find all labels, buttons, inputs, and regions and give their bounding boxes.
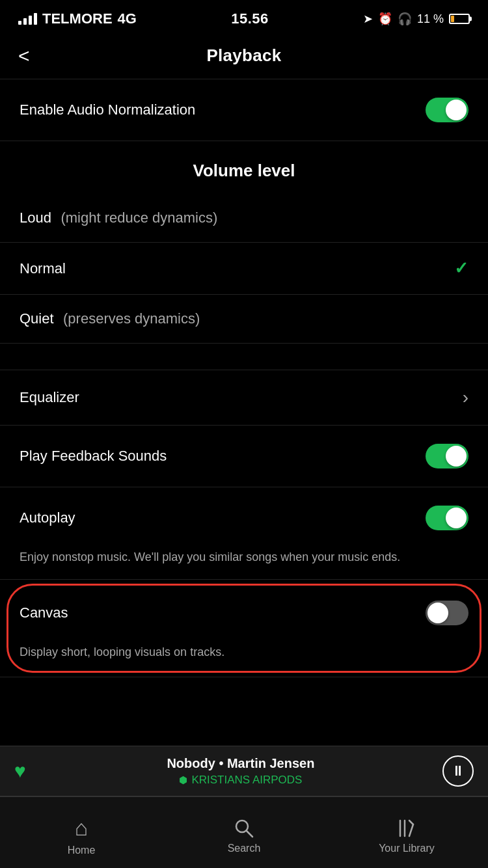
audio-normalization-knob [446, 100, 467, 120]
normal-checkmark: ✓ [454, 258, 468, 278]
canvas-knob [427, 603, 448, 623]
nav-library-label: Your Library [379, 843, 435, 854]
svg-line-5 [409, 824, 413, 836]
network-label: 4G [118, 10, 137, 27]
equalizer-label: Equalizer [20, 389, 79, 406]
library-icon [396, 818, 417, 839]
headphones-icon: 🎧 [398, 12, 412, 26]
alarm-icon: ⏰ [378, 12, 392, 26]
status-time: 15.56 [231, 10, 269, 27]
heart-icon[interactable]: ♥ [14, 760, 26, 782]
equalizer-chevron-icon: › [463, 387, 468, 408]
autoplay-knob [446, 508, 467, 528]
mini-player-title: Nobody • Martin Jensen [39, 756, 442, 771]
autoplay-label: Autoplay [20, 509, 75, 526]
carrier-label: TELMORE [42, 10, 113, 27]
status-left: TELMORE 4G [18, 10, 137, 27]
song-title: Nobody [167, 756, 215, 770]
device-name: KRISTIANS AIRPODS [191, 774, 302, 787]
pause-icon: ⏸ [451, 763, 465, 780]
equalizer-row[interactable]: Equalizer › [0, 370, 488, 425]
volume-level-title: Volume level [0, 141, 488, 194]
status-bar: TELMORE 4G 15.56 ➤ ⏰ 🎧 11 % [0, 0, 488, 35]
volume-normal-label: Normal [20, 260, 66, 277]
page-header: < Playback [0, 35, 488, 79]
home-icon: ⌂ [75, 815, 88, 841]
section-separator-1 [0, 344, 488, 370]
nav-item-home[interactable]: ⌂ Home [0, 797, 163, 868]
audio-normalization-row: Enable Audio Normalization [0, 79, 488, 141]
volume-option-normal[interactable]: Normal ✓ [0, 243, 488, 294]
play-feedback-knob [446, 446, 467, 467]
canvas-row: Canvas [0, 582, 488, 644]
page-title: Playback [206, 46, 281, 66]
canvas-section: Canvas Display short, looping visuals on… [0, 580, 488, 677]
autoplay-toggle[interactable] [426, 506, 468, 530]
canvas-toggle[interactable] [426, 601, 468, 625]
divider-6 [0, 677, 488, 677]
audio-normalization-label: Enable Audio Normalization [20, 102, 195, 118]
volume-loud-label: Loud [20, 210, 51, 226]
nav-item-library[interactable]: Your Library [325, 797, 488, 868]
settings-content: Enable Audio Normalization Volume level … [0, 79, 488, 677]
volume-quiet-label: Quiet [20, 310, 54, 327]
mini-player[interactable]: ♥ Nobody • Martin Jensen ⬢ KRISTIANS AIR… [0, 746, 488, 796]
signal-bars-icon [18, 13, 37, 25]
settings-scroll: Enable Audio Normalization Volume level … [0, 79, 488, 827]
nav-search-label: Search [228, 843, 261, 854]
play-feedback-row: Play Feedback Sounds [0, 426, 488, 487]
bluetooth-icon: ⬢ [179, 774, 187, 786]
play-feedback-toggle[interactable] [426, 444, 468, 468]
search-icon [234, 818, 254, 839]
nav-home-label: Home [68, 845, 96, 856]
mini-player-device: ⬢ KRISTIANS AIRPODS [39, 774, 442, 787]
svg-line-1 [247, 831, 252, 837]
status-right: ➤ ⏰ 🎧 11 % [363, 12, 470, 26]
volume-loud-sub: (might reduce dynamics) [61, 210, 217, 226]
bottom-nav: ⌂ Home Search Your Library [0, 796, 488, 868]
canvas-subtitle: Display short, looping visuals on tracks… [0, 644, 488, 674]
nav-item-search[interactable]: Search [163, 797, 325, 868]
back-button[interactable]: < [18, 45, 30, 67]
volume-loud-text-group: Loud (might reduce dynamics) [20, 210, 217, 226]
song-artist: Martin Jensen [227, 756, 314, 770]
audio-normalization-toggle[interactable] [426, 98, 468, 122]
play-feedback-label: Play Feedback Sounds [20, 448, 167, 465]
svg-line-4 [409, 821, 413, 824]
volume-option-quiet[interactable]: Quiet (preserves dynamics) [0, 295, 488, 343]
song-separator: • [219, 756, 227, 770]
autoplay-subtitle: Enjoy nonstop music. We'll play you simi… [0, 549, 488, 579]
pause-button[interactable]: ⏸ [442, 755, 474, 787]
battery-percent: 11 % [417, 12, 444, 26]
battery-icon [449, 14, 470, 24]
autoplay-row: Autoplay [0, 487, 488, 549]
volume-quiet-sub: (preserves dynamics) [63, 310, 200, 327]
mini-player-info: Nobody • Martin Jensen ⬢ KRISTIANS AIRPO… [39, 756, 442, 787]
canvas-label: Canvas [20, 604, 68, 621]
volume-quiet-text-group: Quiet (preserves dynamics) [20, 310, 200, 327]
location-icon: ➤ [363, 12, 373, 26]
volume-option-loud[interactable]: Loud (might reduce dynamics) [0, 194, 488, 242]
